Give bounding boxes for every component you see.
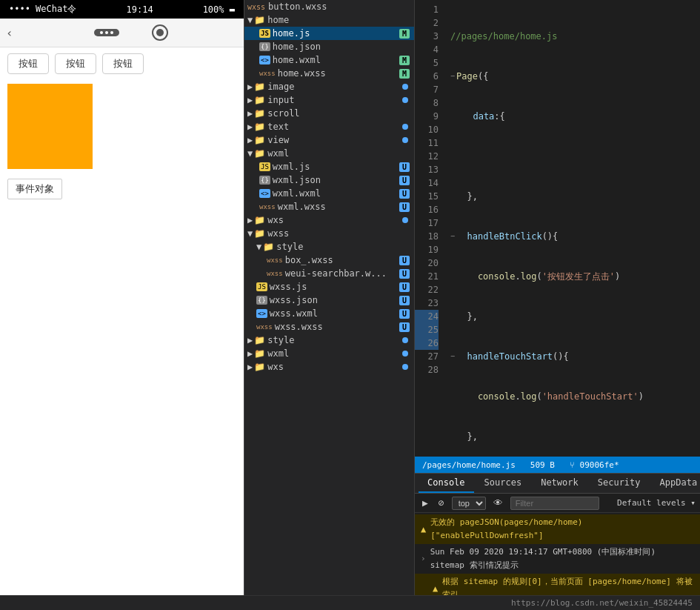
tree-folder-view[interactable]: ▶ 📁 view	[244, 133, 414, 147]
tree-folder-style[interactable]: ▼ 📁 style	[244, 240, 414, 253]
dot-view	[402, 137, 408, 143]
tree-item-home-js[interactable]: JS home.js M	[244, 27, 414, 40]
badge-u-wxsswxml: U	[399, 309, 410, 319]
status-time: 19:14	[127, 4, 153, 15]
tree-folder-wxss[interactable]: ▼ 📁 wxss	[244, 227, 414, 240]
code-line-3: data:{	[450, 110, 694, 123]
code-status-bar: /pages/home/home.js 509 B ⑂ 09006fe*	[415, 457, 700, 473]
tree-item-button-wxss[interactable]: wxss button.wxss	[244, 0, 414, 13]
wxss-icon3: wxss	[267, 256, 283, 264]
json-icon2: {}	[259, 176, 270, 185]
badge-u-wxsswxss: U	[399, 322, 410, 332]
wxss-file-icon: wxss	[259, 70, 276, 77]
chevron-down-icon2: ▼	[247, 148, 253, 159]
dot-text	[402, 124, 408, 130]
tree-item-home-json[interactable]: {} home.json	[244, 40, 414, 53]
chevron-right-icon4: ▶	[247, 122, 253, 132]
tab-security[interactable]: Security	[589, 474, 650, 493]
tree-folder-scroll[interactable]: ▶ 📁 scroll	[244, 107, 414, 120]
tree-folder-wxs[interactable]: ▶ 📁 wxs	[244, 213, 414, 227]
tree-folder-image[interactable]: ▶ 📁 image	[244, 80, 414, 93]
chevron-right-icon7: ▶	[247, 335, 253, 345]
chevron-right-icon6: ▶	[247, 215, 253, 225]
wxss-icon2: wxss	[259, 203, 276, 210]
badge-m-homejs: M	[399, 29, 410, 39]
tree-folder-home[interactable]: ▼ 📁 home	[244, 13, 414, 27]
filter-input[interactable]	[510, 497, 599, 510]
tree-folder-text[interactable]: ▶ 📁 text	[244, 120, 414, 133]
btn-1[interactable]: 按钮	[7, 53, 49, 74]
tree-item-wxml-json[interactable]: {} wxml.json U	[244, 173, 414, 187]
tree-item-weui-wxss[interactable]: wxss weui-searchbar.w... U	[244, 267, 414, 280]
tree-item-wxss-json[interactable]: {} wxss.json U	[244, 294, 414, 307]
tree-item-wxml-wxss[interactable]: wxss wxml.wxss U	[244, 200, 414, 213]
tab-console[interactable]: Console	[419, 474, 474, 493]
buttons-row: 按钮 按钮 按钮	[0, 47, 244, 80]
nav-dots-btn[interactable]	[94, 29, 119, 36]
phone-panel: •••• WeChat令 19:14 100% ▬ ‹	[0, 0, 244, 595]
log-text-1: 无效的 pageJSON(pages/home/home)["enablePul…	[430, 516, 694, 543]
tree-item-wxss-wxss[interactable]: wxss wxss.wxss U	[244, 320, 414, 334]
log-text-2: Sun Feb 09 2020 19:14:17 GMT+0800 (中国标准时…	[430, 546, 694, 572]
dot-wxs2	[402, 364, 408, 370]
tree-item-wxss-wxml[interactable]: <> wxss.wxml U	[244, 307, 414, 320]
code-line-2: −Page({	[450, 70, 694, 83]
badge-u-weui: U	[399, 269, 410, 279]
tree-folder-style2[interactable]: ▶ 📁 style	[244, 334, 414, 347]
wxss-icon4: wxss	[267, 270, 283, 277]
code-line-6: − handleBtnClick(){	[450, 230, 694, 243]
console-log-area: ▲ 无效的 pageJSON(pages/home/home)["enableP…	[415, 513, 700, 595]
wxml-icon: <>	[259, 56, 270, 64]
nav-circle-btn[interactable]	[152, 24, 168, 41]
eye-icon[interactable]: 👁	[490, 496, 506, 510]
code-line-5: },	[450, 190, 694, 203]
log-warn-2: ▲ 根据 sitemap 的规则[0]，当前页面 [pages/home/hom…	[415, 574, 700, 595]
badge-u-wxmlwxss: U	[399, 202, 410, 212]
dot-image	[402, 84, 408, 90]
tree-item-wxss-js[interactable]: JS wxss.js U	[244, 280, 414, 294]
folder-icon-input: 📁	[254, 95, 265, 105]
tab-sources[interactable]: Sources	[476, 474, 531, 493]
tree-folder-wxml2[interactable]: ▶ 📁 wxml	[244, 347, 414, 360]
code-line-1: //pages/home/home.js	[450, 30, 694, 43]
tree-folder-wxml[interactable]: ▼ 📁 wxml	[244, 147, 414, 160]
tree-item-wxml-wxml[interactable]: <> wxml.wxml U	[244, 187, 414, 200]
back-icon: ‹	[6, 26, 13, 40]
default-levels-dropdown[interactable]: Default levels ▾	[617, 498, 696, 508]
run-icon[interactable]: ▶	[419, 496, 431, 510]
folder-icon-view: 📁	[254, 135, 265, 145]
wxss-icon: wxss	[247, 3, 265, 11]
tree-item-home-wxml[interactable]: <> home.wxml M	[244, 53, 414, 67]
code-line-10: console.log('handleTouchStart')	[450, 390, 694, 403]
dot-wxml2	[402, 351, 408, 357]
log-info-1: › Sun Feb 09 2020 19:14:17 GMT+0800 (中国标…	[415, 544, 700, 574]
btn-3[interactable]: 按钮	[102, 53, 144, 74]
tree-folder-input[interactable]: ▶ 📁 input	[244, 93, 414, 107]
code-line-8: },	[450, 310, 694, 323]
chevron-right-icon5: ▶	[247, 135, 253, 145]
badge-u-wxssjs: U	[399, 282, 410, 292]
tree-folder-wxs2[interactable]: ▶ 📁 wxs	[244, 360, 414, 374]
code-editor: 1 2 3 4 5 6 7 8 9 10 11 12 13 14 15 16 1	[415, 0, 700, 457]
tab-network[interactable]: Network	[532, 474, 587, 493]
btn-2[interactable]: 按钮	[55, 53, 96, 74]
dot-input	[402, 97, 408, 103]
chevron-right-icon8: ▶	[247, 348, 253, 359]
folder-icon-wxss: 📁	[254, 228, 265, 239]
tab-appdata[interactable]: AppData	[651, 474, 700, 493]
context-selector[interactable]: top	[452, 497, 486, 510]
code-line-4	[450, 150, 694, 163]
badge-u-wxssjson: U	[399, 296, 410, 305]
folder-icon-scroll: 📁	[254, 108, 265, 119]
tree-item-wxml-js[interactable]: JS wxml.js U	[244, 160, 414, 173]
tree-item-box-wxss[interactable]: wxss box_.wxss U	[244, 253, 414, 267]
badge-m-homewxml: M	[399, 56, 410, 65]
status-left: •••• WeChat令	[9, 3, 76, 16]
tree-item-home-wxss[interactable]: wxss home.wxss M	[244, 67, 414, 80]
warn-icon-2: ▲	[433, 582, 438, 595]
info-arrow: ›	[421, 552, 426, 566]
folder-icon-wxml2: 📁	[254, 348, 265, 359]
clear-icon[interactable]: ⊘	[436, 496, 447, 510]
json-icon: {}	[259, 42, 270, 51]
status-filename: /pages/home/home.js	[422, 460, 516, 470]
